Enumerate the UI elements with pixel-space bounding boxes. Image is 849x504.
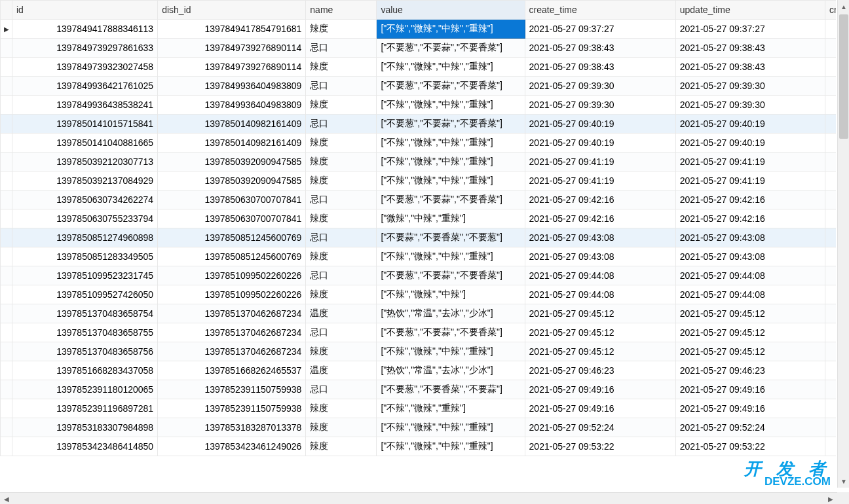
cell-dish-id[interactable]: 1397849739276890114 (158, 58, 306, 77)
cell-update-time[interactable]: 2021-05-27 09:46:23 (675, 361, 825, 380)
cell-name[interactable]: 辣度 (306, 247, 377, 266)
table-row[interactable]: 13978497393230274581397849739276890114辣度… (1, 58, 837, 77)
scroll-left-icon[interactable]: ◀ (1, 494, 12, 504)
cell-dish-id[interactable]: 1397852391150759938 (158, 399, 306, 418)
cell-create-time[interactable]: 2021-05-27 09:41:19 (525, 171, 675, 190)
scroll-up-icon[interactable]: ▲ (839, 1, 849, 12)
table-row[interactable]: 13978510995232317451397851099502260226忌口… (1, 266, 837, 285)
cell-dish-id[interactable]: 1397850851245600769 (158, 247, 306, 266)
cell-extra[interactable] (825, 134, 836, 153)
cell-value[interactable]: ["不辣","微辣","中辣"] (377, 285, 525, 304)
row-indicator[interactable] (1, 153, 12, 171)
cell-create-time[interactable]: 2021-05-27 09:53:22 (525, 437, 675, 456)
column-header-id[interactable]: id (12, 1, 158, 20)
cell-extra[interactable] (825, 58, 836, 77)
row-indicator[interactable] (1, 323, 12, 342)
cell-name[interactable]: 辣度 (306, 418, 377, 437)
cell-extra[interactable] (825, 77, 836, 96)
cell-id[interactable]: 1397851099523231745 (12, 266, 158, 285)
row-indicator[interactable] (1, 209, 12, 228)
cell-dish-id[interactable]: 1397850140982161409 (158, 115, 306, 134)
cell-name[interactable]: 忌口 (306, 39, 377, 58)
cell-create-time[interactable]: 2021-05-27 09:43:08 (525, 228, 675, 247)
cell-create-time[interactable]: 2021-05-27 09:37:27 (525, 20, 675, 39)
cell-name[interactable]: 忌口 (306, 380, 377, 399)
cell-value[interactable]: ["热饮","常温","去冰","少冰"] (377, 361, 525, 380)
cell-extra[interactable] (825, 285, 836, 304)
cell-name[interactable]: 温度 (306, 361, 377, 380)
cell-update-time[interactable]: 2021-05-27 09:49:16 (675, 380, 825, 399)
column-header-value[interactable]: value (377, 1, 525, 20)
cell-extra[interactable] (825, 247, 836, 266)
cell-update-time[interactable]: 2021-05-27 09:53:22 (675, 437, 825, 456)
table-row[interactable]: 13978508512833495051397850851245600769辣度… (1, 247, 837, 266)
cell-value[interactable]: ["不要蒜","不要香菜","不要葱"] (377, 228, 525, 247)
cell-create-time[interactable]: 2021-05-27 09:41:19 (525, 153, 675, 171)
cell-extra[interactable] (825, 190, 836, 209)
cell-value[interactable]: ["不辣","微辣","中辣","重辣"] (377, 437, 525, 456)
cell-name[interactable]: 辣度 (306, 437, 377, 456)
cell-name[interactable]: 辣度 (306, 134, 377, 153)
cell-dish-id[interactable]: 1397850392090947585 (158, 171, 306, 190)
table-row[interactable]: 13978506307552337941397850630700707841辣度… (1, 209, 837, 228)
cell-name[interactable]: 温度 (306, 304, 377, 323)
cell-update-time[interactable]: 2021-05-27 09:49:16 (675, 399, 825, 418)
scroll-right-icon[interactable]: ▶ (825, 494, 836, 504)
cell-value[interactable]: ["不要葱","不要蒜","不要香菜"] (377, 39, 525, 58)
cell-dish-id[interactable]: 1397851370462687234 (158, 304, 306, 323)
cell-update-time[interactable]: 2021-05-27 09:45:12 (675, 304, 825, 323)
scroll-down-icon[interactable]: ▼ (839, 476, 849, 486)
cell-id[interactable]: 1397850630734262274 (12, 190, 158, 209)
cell-update-time[interactable]: 2021-05-27 09:37:27 (675, 20, 825, 39)
row-indicator[interactable] (1, 58, 12, 77)
cell-extra[interactable] (825, 39, 836, 58)
cell-update-time[interactable]: 2021-05-27 09:42:16 (675, 209, 825, 228)
cell-value[interactable]: ["不辣","微辣","中辣","重辣"] (377, 247, 525, 266)
cell-update-time[interactable]: 2021-05-27 09:40:19 (675, 134, 825, 153)
cell-extra[interactable] (825, 323, 836, 342)
cell-id[interactable]: 1397853423486414850 (12, 437, 158, 456)
row-indicator[interactable] (1, 342, 12, 361)
cell-name[interactable]: 辣度 (306, 342, 377, 361)
table-row[interactable]: 13978497392978616331397849739276890114忌口… (1, 39, 837, 58)
cell-extra[interactable] (825, 115, 836, 134)
cell-value[interactable]: ["不要葱","不要蒜","不要香菜"] (377, 190, 525, 209)
cell-update-time[interactable]: 2021-05-27 09:39:30 (675, 96, 825, 115)
cell-create-time[interactable]: 2021-05-27 09:44:08 (525, 285, 675, 304)
cell-create-time[interactable]: 2021-05-27 09:45:12 (525, 304, 675, 323)
cell-create-time[interactable]: 2021-05-27 09:43:08 (525, 247, 675, 266)
cell-id[interactable]: 1397849739323027458 (12, 58, 158, 77)
cell-id[interactable]: 1397851370483658755 (12, 323, 158, 342)
row-indicator[interactable] (1, 285, 12, 304)
cell-dish-id[interactable]: 1397849936404983809 (158, 77, 306, 96)
table-row[interactable]: 13978523911801200651397852391150759938忌口… (1, 380, 837, 399)
row-indicator[interactable] (1, 190, 12, 209)
data-grid[interactable]: id dish_id name value create_time update… (0, 0, 836, 488)
cell-dish-id[interactable]: 1397850140982161409 (158, 134, 306, 153)
table-row[interactable]: 13978503921370849291397850392090947585辣度… (1, 171, 837, 190)
cell-id[interactable]: 1397849739297861633 (12, 39, 158, 58)
table-row[interactable]: 13978499364385382411397849936404983809辣度… (1, 96, 837, 115)
cell-name[interactable]: 辣度 (306, 20, 377, 39)
table-row[interactable]: 13978513704836587561397851370462687234辣度… (1, 342, 837, 361)
cell-dish-id[interactable]: 1397851099502260226 (158, 285, 306, 304)
cell-id[interactable]: 1397853183307984898 (12, 418, 158, 437)
cell-id[interactable]: 1397850141015715841 (12, 115, 158, 134)
cell-extra[interactable] (825, 20, 836, 39)
cell-name[interactable]: 辣度 (306, 171, 377, 190)
cell-value[interactable]: ["不辣","微辣","重辣"] (377, 399, 525, 418)
cell-value[interactable]: ["不辣","微辣","中辣","重辣"] (377, 171, 525, 190)
table-row[interactable]: 13978523911968972811397852391150759938辣度… (1, 399, 837, 418)
cell-id[interactable]: 1397849936438538241 (12, 96, 158, 115)
cell-update-time[interactable]: 2021-05-27 09:44:08 (675, 285, 825, 304)
cell-create-time[interactable]: 2021-05-27 09:49:16 (525, 399, 675, 418)
table-row[interactable]: 13978501410157158411397850140982161409忌口… (1, 115, 837, 134)
cell-name[interactable]: 忌口 (306, 190, 377, 209)
cell-dish-id[interactable]: 1397851370462687234 (158, 342, 306, 361)
cell-dish-id[interactable]: 1397850630700707841 (158, 209, 306, 228)
cell-extra[interactable] (825, 380, 836, 399)
table-row[interactable]: 13978506307342622741397850630700707841忌口… (1, 190, 837, 209)
cell-update-time[interactable]: 2021-05-27 09:43:08 (675, 228, 825, 247)
cell-update-time[interactable]: 2021-05-27 09:38:43 (675, 58, 825, 77)
cell-extra[interactable] (825, 399, 836, 418)
